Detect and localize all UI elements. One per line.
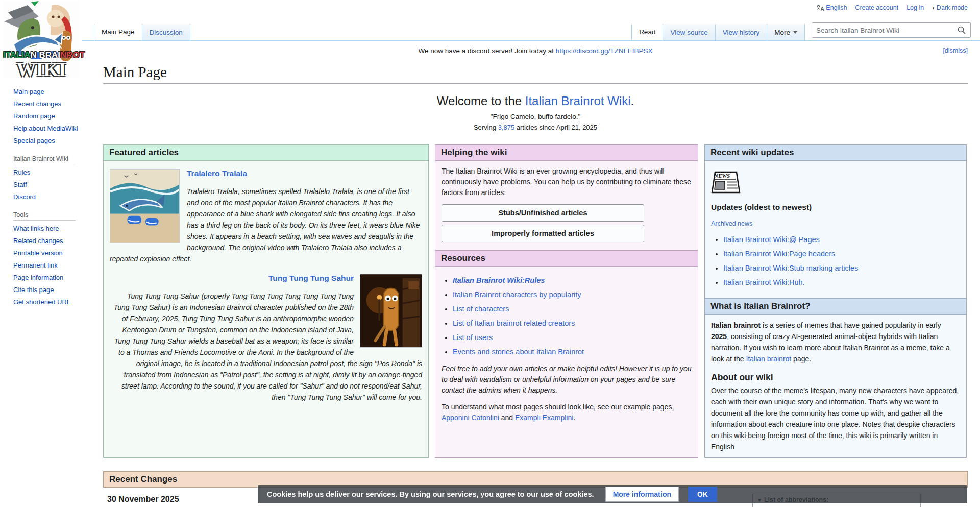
sidebar-item-random-page[interactable]: Random page [13, 111, 82, 120]
resource-item[interactable]: Italian Brainrot characters by popularit… [453, 289, 692, 300]
resource-item[interactable]: Italian Brainrot Wiki:Rules [453, 275, 692, 286]
tralalero-tralala-image[interactable] [110, 169, 180, 243]
updates-subheading: Updates (oldest to newest) [711, 202, 960, 212]
sidebar-link-what-links-here[interactable]: What links here [13, 225, 59, 232]
resource-item[interactable]: List of users [453, 332, 692, 343]
resource-item[interactable]: Events and stories about Italian Brainro… [453, 347, 692, 357]
sidebar-link-get-shortened-url[interactable]: Get shortened URL [13, 298, 70, 306]
what-is-text: Italian brainrot is a series of memes th… [711, 320, 960, 365]
update-item[interactable]: Italian Brainrot Wiki:Page headers [723, 249, 960, 259]
tab-read[interactable]: Read [631, 24, 663, 40]
sidebar-item-help[interactable]: Help about MediaWiki [13, 124, 82, 133]
sidebar-link-permanent-link[interactable]: Permanent link [13, 261, 58, 269]
sidebar-item-printable-version[interactable]: Printable version [13, 248, 82, 257]
language-link[interactable]: English [826, 4, 847, 11]
sidebar-item-what-links-here[interactable]: What links here [13, 224, 82, 233]
svg-text:NEWS: NEWS [714, 173, 730, 179]
updates-list: Italian Brainrot Wiki:@ Pages Italian Br… [723, 234, 960, 288]
welcome-section: Welcome to the Italian Brainrot Wiki. "F… [103, 94, 968, 131]
update-link-at-pages[interactable]: Italian Brainrot Wiki:@ Pages [723, 235, 820, 244]
helping-note: Feel free to add your own articles or ma… [442, 364, 692, 396]
update-link-huh[interactable]: Italian Brainrot Wiki:Huh. [723, 278, 805, 286]
resources-header: Resources [435, 250, 698, 267]
ok-button[interactable]: OK [688, 487, 717, 502]
sidebar-link-recent-changes[interactable]: Recent changes [13, 100, 61, 108]
sidebar-link-main-page[interactable]: Main page [13, 88, 44, 95]
chevron-down-icon [793, 31, 797, 34]
sidebar-item-main-page[interactable]: Main page [13, 87, 82, 96]
sidebar-item-get-shortened-url[interactable]: Get shortened URL [13, 297, 82, 306]
featured-article-sahur: Tung Tung Tung Sahur Tung Tung Tung Sahu… [110, 273, 422, 403]
stubs-button[interactable]: Stubs/Unfinished articles [442, 204, 644, 222]
dark-mode-toggle[interactable]: ◐Dark mode [932, 4, 968, 11]
rules-link[interactable]: Italian Brainrot Wiki:Rules [453, 276, 545, 284]
list-of-users-link[interactable]: List of users [453, 333, 493, 342]
search-box [812, 22, 971, 38]
italian-brainrot-link[interactable]: Italian brainrot [746, 355, 792, 363]
view-tabs: Read View source View history More [631, 22, 971, 40]
sidebar-item-cite-this-page[interactable]: Cite this page [13, 285, 82, 294]
content-area: We now have a discord server! Join today… [82, 41, 980, 507]
create-account-link[interactable]: Create account [855, 4, 898, 11]
resource-item[interactable]: List of Italian brainrot related creator… [453, 318, 692, 329]
improperly-formatted-button[interactable]: Improperly formatted articles [442, 225, 644, 242]
personal-bar: A English Create account Log in ◐Dark mo… [816, 4, 968, 11]
article-count-link[interactable]: 3,875 [498, 124, 515, 131]
recent-updates-header: Recent wiki updates [705, 145, 966, 161]
sidebar-link-rules[interactable]: Rules [13, 168, 30, 176]
cookie-banner: Cookies help us deliver our services. By… [258, 485, 967, 503]
sidebar-item-related-changes[interactable]: Related changes [13, 236, 82, 245]
tab-discussion[interactable]: Discussion [142, 24, 190, 40]
update-link-page-headers[interactable]: Italian Brainrot Wiki:Page headers [723, 250, 835, 258]
sidebar-item-page-information[interactable]: Page information [13, 273, 82, 282]
sidebar-link-staff[interactable]: Staff [13, 181, 27, 188]
sidebar-item-discord[interactable]: Discord [13, 192, 82, 201]
sidebar-link-cite-this-page[interactable]: Cite this page [13, 286, 54, 294]
language-selector[interactable]: A English [816, 4, 847, 11]
sidebar-item-recent-changes[interactable]: Recent changes [13, 99, 82, 108]
about-our-wiki-heading: About our wiki [711, 372, 960, 383]
log-in-link[interactable]: Log in [906, 4, 924, 11]
search-input[interactable] [812, 27, 953, 34]
sidebar-link-printable-version[interactable]: Printable version [13, 249, 63, 257]
tab-more-menu[interactable]: More [767, 24, 805, 40]
helping-intro: The Italian Brainrot Wiki is an ever gro… [442, 166, 692, 198]
archived-news-link[interactable]: Archived news [711, 219, 752, 229]
helping-the-wiki-box: Helping the wiki The Italian Brainrot Wi… [435, 144, 698, 458]
more-information-button[interactable]: More information [605, 487, 679, 502]
wiki-home-link[interactable]: Italian Brainrot Wiki [525, 94, 631, 108]
tab-view-history[interactable]: View history [715, 24, 768, 40]
sidebar-link-help[interactable]: Help about MediaWiki [13, 125, 78, 132]
list-of-characters-link[interactable]: List of characters [453, 305, 509, 313]
what-is-header: What is Italian Brainrot? [705, 298, 966, 315]
related-creators-link[interactable]: List of Italian brainrot related creator… [453, 319, 575, 327]
update-item[interactable]: Italian Brainrot Wiki:Huh. [723, 277, 960, 288]
update-item[interactable]: Italian Brainrot Wiki:Stub marking artic… [723, 263, 960, 274]
site-notice: We now have a discord server! Join today… [103, 41, 968, 60]
tab-main-page[interactable]: Main Page [94, 24, 142, 40]
discord-invite-link[interactable]: https://discord.gg/TZNFEfBPSX [556, 47, 653, 55]
resource-item[interactable]: List of characters [453, 304, 692, 315]
dismiss-notice-link[interactable]: [dismiss] [943, 47, 968, 54]
wiki-logo[interactable]: ITALIAN BRAINROT WIKI [3, 1, 80, 78]
sidebar-link-page-information[interactable]: Page information [13, 274, 63, 281]
events-stories-link[interactable]: Events and stories about Italian Brainro… [453, 348, 584, 356]
exampli-link[interactable]: Exampli Examplini [515, 414, 573, 422]
sidebar-link-related-changes[interactable]: Related changes [13, 237, 63, 245]
apponini-link[interactable]: Apponini Catonlini [442, 414, 499, 422]
characters-by-popularity-link[interactable]: Italian Brainrot characters by popularit… [453, 291, 581, 299]
sidebar-item-rules[interactable]: Rules [13, 167, 82, 177]
sidebar-section-title-wiki: Italian Brainrot Wiki [13, 155, 76, 164]
search-button[interactable] [953, 23, 970, 37]
sidebar-section-title-tools: Tools [13, 211, 76, 221]
update-item[interactable]: Italian Brainrot Wiki:@ Pages [723, 234, 960, 245]
sidebar-item-special-pages[interactable]: Special pages [13, 136, 82, 145]
sidebar-item-permanent-link[interactable]: Permanent link [13, 260, 82, 270]
sidebar-link-discord[interactable]: Discord [13, 193, 36, 201]
tab-view-source[interactable]: View source [663, 24, 715, 40]
sidebar-link-random-page[interactable]: Random page [13, 112, 55, 120]
update-link-stub-marking[interactable]: Italian Brainrot Wiki:Stub marking artic… [723, 264, 858, 272]
tung-tung-tung-sahur-image[interactable] [360, 274, 422, 348]
sidebar-item-staff[interactable]: Staff [13, 180, 82, 189]
sidebar-link-special-pages[interactable]: Special pages [13, 137, 55, 144]
